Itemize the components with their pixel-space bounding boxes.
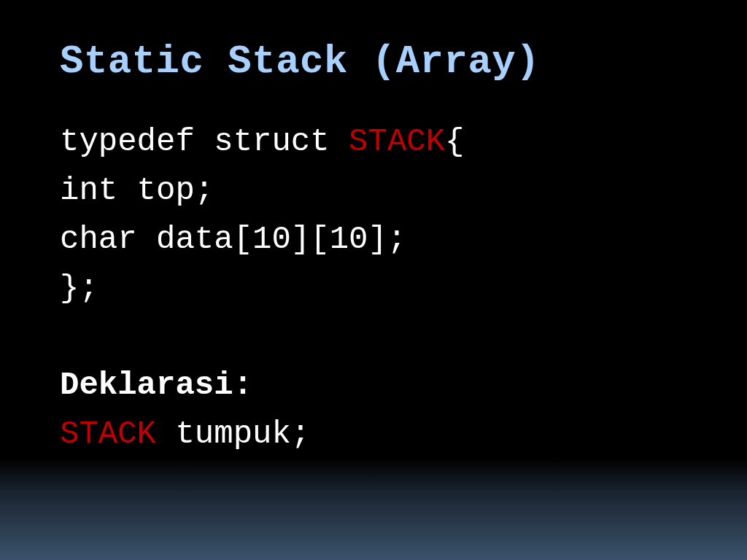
code-brace-open: { xyxy=(445,123,464,160)
code-int-top: int top; xyxy=(60,172,214,209)
slide-content: Static Stack (Array) typedef struct STAC… xyxy=(0,0,747,459)
code-declaration-label: Deklarasi: xyxy=(60,367,252,403)
code-stack-keyword: STACK xyxy=(349,123,445,160)
code-typedef: typedef struct xyxy=(60,123,349,160)
code-brace-close: }; xyxy=(60,270,98,306)
code-variable-name: tumpuk; xyxy=(175,416,310,452)
code-char-data: char data[10][10]; xyxy=(60,221,406,257)
slide-title: Static Stack (Array) xyxy=(60,39,690,84)
code-blank-line xyxy=(60,319,79,355)
slide: Static Stack (Array) typedef struct STAC… xyxy=(0,0,747,560)
code-block: typedef struct STACK{ int top; char data… xyxy=(60,117,690,459)
code-stack-type: STACK xyxy=(60,416,175,452)
